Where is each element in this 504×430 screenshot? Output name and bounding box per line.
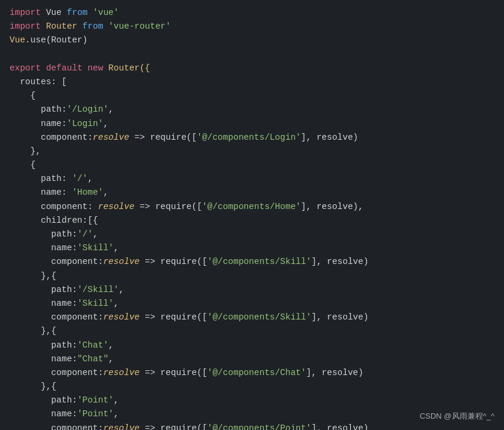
code-token: resolve: [98, 200, 135, 214]
code-token: ], resolve): [311, 255, 369, 269]
code-line: },: [10, 145, 494, 158]
code-token: 'vue': [93, 6, 119, 20]
code-token: name:: [10, 117, 67, 131]
code-line: name:"Chat",: [10, 352, 494, 366]
code-token: },{: [10, 324, 56, 338]
code-token: from: [67, 6, 88, 20]
code-token: resolve: [103, 311, 140, 324]
code-token: name:: [10, 186, 72, 199]
code-token: name:: [10, 241, 77, 255]
code-token: import: [10, 20, 41, 33]
code-line: children:[{: [10, 214, 494, 228]
code-line: {: [10, 89, 494, 103]
code-token: component:: [10, 311, 103, 324]
code-content: import Vue from 'vue'import Router from …: [10, 6, 494, 430]
code-line: name:'Login',: [10, 117, 494, 131]
code-token: path:: [10, 394, 77, 407]
code-token: resolve: [103, 255, 140, 269]
code-line: component:resolve => require(['@/compone…: [10, 131, 494, 145]
code-token: 'vue-router': [108, 20, 170, 33]
watermark: CSDN @风雨兼程^_^: [420, 410, 494, 423]
code-token: .use(Router): [25, 33, 87, 47]
code-token: => require([: [129, 131, 197, 145]
code-token: ], resolve): [301, 131, 358, 145]
code-line: },{: [10, 269, 494, 283]
code-token: new: [88, 62, 103, 75]
code-line: name:'Skill',: [10, 297, 494, 311]
code-token: path:: [10, 103, 67, 116]
code-token: '/': [77, 228, 93, 241]
code-token: 'Skill': [77, 297, 114, 311]
code-line: {: [10, 158, 494, 172]
code-token: {: [10, 89, 36, 103]
code-token: ,: [108, 352, 114, 366]
code-line: path:'Point',: [10, 394, 494, 407]
code-token: '/Skill': [77, 283, 119, 297]
code-line: import Vue from 'vue': [10, 6, 494, 20]
code-line: name: 'Home',: [10, 186, 494, 199]
code-token: {: [10, 158, 36, 172]
code-line: path:'/',: [10, 228, 494, 241]
code-token: ,: [88, 172, 93, 186]
code-token: => require([: [140, 311, 207, 324]
code-line: path: '/',: [10, 172, 494, 186]
code-token: ,: [103, 186, 109, 199]
code-token: children:[{: [10, 214, 98, 228]
code-token: import: [10, 6, 41, 20]
code-token: component:: [10, 366, 103, 380]
code-token: default: [46, 62, 83, 75]
code-token: ,: [103, 117, 109, 131]
code-token: },{: [10, 380, 56, 394]
code-token: ], resolve),: [301, 200, 363, 214]
code-token: ,: [108, 339, 114, 352]
code-token: Vue: [10, 33, 25, 47]
code-token: ], resolve): [306, 366, 364, 380]
code-token: },{: [10, 269, 56, 283]
code-token: "Chat": [77, 352, 108, 366]
code-token: path:: [10, 339, 77, 352]
code-token: => require([: [140, 366, 207, 380]
code-token: component:: [10, 131, 93, 145]
code-line: path:'/Login',: [10, 103, 494, 116]
code-token: [88, 6, 93, 20]
code-token: from: [83, 20, 103, 33]
code-token: component:: [10, 200, 98, 214]
code-token: resolve: [103, 366, 140, 380]
code-token: ], resolve): [311, 422, 369, 430]
code-token: path:: [10, 228, 77, 241]
code-token: name:: [10, 407, 77, 421]
code-token: component:: [10, 255, 103, 269]
code-line: export default new Router({: [10, 62, 494, 75]
code-token: 'Login': [67, 117, 103, 131]
code-token: 'Skill': [77, 241, 114, 255]
code-line: component:resolve => require(['@/compone…: [10, 366, 494, 380]
code-token: ,: [108, 103, 114, 116]
code-token: '@/components/Chat': [207, 366, 306, 380]
code-token: },: [10, 145, 41, 158]
code-token: [103, 20, 109, 33]
code-line: Vue.use(Router): [10, 33, 494, 47]
code-editor: import Vue from 'vue'import Router from …: [0, 0, 504, 430]
code-line: component:resolve => require(['@/compone…: [10, 255, 494, 269]
code-line: },{: [10, 380, 494, 394]
code-token: name:: [10, 297, 77, 311]
code-token: resolve: [93, 131, 129, 145]
code-token: => require([: [140, 255, 207, 269]
code-token: => require([: [135, 200, 202, 214]
code-token: ,: [114, 297, 119, 311]
code-line: [10, 48, 494, 62]
code-token: path:: [10, 283, 77, 297]
code-token: Router: [41, 20, 83, 33]
code-token: component:: [10, 422, 103, 430]
code-line: path:'/Skill',: [10, 283, 494, 297]
code-token: => require([: [140, 422, 207, 430]
code-token: ,: [119, 283, 124, 297]
code-token: name:: [10, 352, 77, 366]
code-token: '@/components/Login': [197, 131, 301, 145]
code-token: Vue: [41, 6, 67, 20]
code-token: [41, 62, 46, 75]
code-token: path:: [10, 172, 72, 186]
code-token: '@/components/Point': [207, 422, 311, 430]
code-token: export: [10, 62, 41, 75]
code-line: name:'Skill',: [10, 241, 494, 255]
